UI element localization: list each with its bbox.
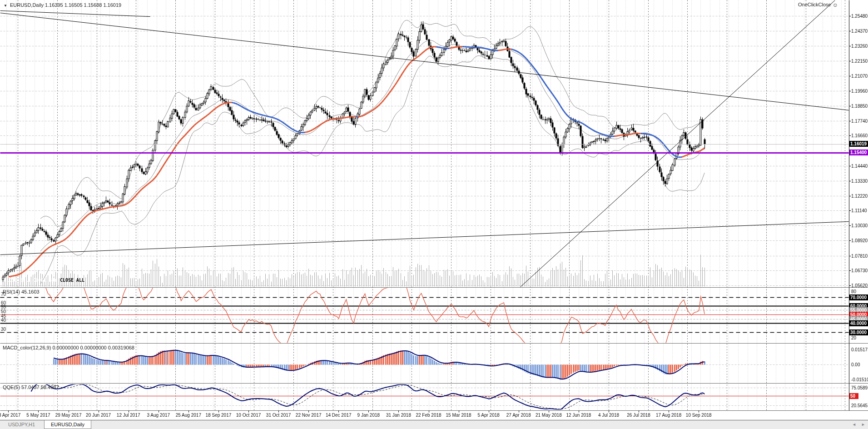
rsi-axis-tick: 80: [851, 289, 856, 294]
qqe-axis-tick: 75.0589: [851, 385, 868, 390]
price-axis-tick: 1.17740: [851, 119, 868, 124]
date-axis-label: 21 May 2018: [536, 413, 562, 418]
close-sell-button[interactable]: CLOSE SELL: [4, 276, 31, 285]
qqe-axis-tick: 20.5645: [851, 403, 868, 408]
date-axis-label: 17 Aug 2018: [656, 413, 681, 418]
date-axis-label: 31 Oct 2017: [266, 413, 291, 418]
date-axis-label: 3 Aug 2017: [147, 413, 170, 418]
symbol-info: ▼EURUSD,Daily 1.16395 1.16505 1.15688 1.…: [4, 2, 121, 8]
date-axis-label: 25 Aug 2017: [176, 413, 201, 418]
rsi-left-label: 70: [1, 292, 6, 297]
date-axis-label: 4 Jul 2018: [598, 413, 619, 418]
date-axis-label: 29 May 2017: [55, 413, 82, 418]
close-buy-button[interactable]: CLOSE BUY: [31, 276, 59, 285]
price-axis-tick: 1.13330: [851, 179, 868, 184]
date-axis-label: 5 May 2017: [26, 413, 50, 418]
smiley-icon: ☺: [833, 2, 838, 8]
price-axis-tick: 1.11140: [851, 208, 867, 213]
date-axis-label: 5 Apr 2018: [477, 413, 499, 418]
date-axis-label: 22 Nov 2017: [296, 413, 322, 418]
price-axis-tick: 1.08920: [851, 238, 868, 243]
chart-tab-bar: ◄ ► USDJPY,H1EURUSD,Daily: [0, 420, 868, 429]
price-axis-tick: 1.14440: [851, 164, 868, 169]
date-axis-label: 12 Jul 2017: [117, 413, 140, 418]
price-axis-tick: 1.10030: [851, 223, 868, 228]
price-chart-canvas[interactable]: [0, 0, 868, 429]
one-click-close-button[interactable]: OneClickClose☺: [798, 2, 838, 8]
trading-terminal-window: { "window": { "symbol_line": "EURUSD,Dai…: [0, 0, 868, 429]
date-axis-label: 20 Jun 2017: [86, 413, 111, 418]
rsi-left-label: 40: [1, 318, 6, 323]
date-axis-label: 31 Jan 2018: [386, 413, 411, 418]
date-axis-label: 15 Mar 2018: [446, 413, 471, 418]
rsi-left-label: 30: [1, 327, 6, 332]
date-axis-label: 12 Jun 2018: [566, 413, 591, 418]
price-axis-tick: 1.23260: [851, 44, 868, 49]
price-axis-tick: 1.05620: [851, 283, 868, 288]
chart-dropdown-icon[interactable]: ▼: [4, 4, 7, 8]
date-axis-label: 18 Sep 2017: [206, 413, 232, 418]
date-axis-label: 10 Oct 2017: [236, 413, 261, 418]
price-axis-tick: 1.21070: [851, 74, 868, 79]
rsi-axis-tick: 20: [851, 335, 856, 340]
date-axis-label: 10 Sep 2018: [686, 413, 712, 418]
tab-scroll-right-icon[interactable]: ►: [861, 422, 865, 427]
price-axis-tick: 1.12220: [851, 194, 868, 199]
qqe-50-badge: 50: [849, 393, 858, 399]
price-axis-tick: 1.25480: [851, 14, 868, 19]
purple-level-badge: 1.15400: [849, 150, 868, 155]
qqe-pane-label: QQE(5) 57.0437 58.4087: [3, 384, 59, 390]
chart-tab-eurusd-daily[interactable]: EURUSD,Daily: [44, 420, 91, 429]
price-axis-tick: 1.24370: [851, 29, 868, 34]
symbol-ohlc-text: EURUSD,Daily 1.16395 1.16505 1.15688 1.1…: [10, 2, 121, 8]
price-axis-tick: 1.06730: [851, 268, 868, 273]
rsi-axis-badge: 70.0000: [849, 294, 868, 300]
rsi-axis-badge: 40.0000: [849, 320, 868, 326]
price-axis-tick: 1.22150: [851, 59, 868, 64]
date-axis-label: 27 Apr 2018: [506, 413, 531, 418]
macd-axis-tick: 0.015175: [851, 347, 868, 352]
macd-axis-tick: 0.00: [851, 362, 860, 367]
rsi-pane-label: RSI(14) 45.1603: [3, 289, 40, 294]
rsi-axis-badge: 30.0000: [849, 329, 868, 335]
date-axis-label: 9 Jan 2018: [357, 413, 380, 418]
one-click-close-label: OneClickClose: [798, 2, 831, 7]
date-axis-label: 14 Dec 2017: [326, 413, 352, 418]
date-axis-label: 22 Feb 2018: [416, 413, 441, 418]
chart-tab-usdjpy-h1[interactable]: USDJPY,H1: [2, 420, 41, 429]
price-axis-tick: 1.18850: [851, 104, 868, 109]
macd-axis-tick: -0.015103: [851, 377, 868, 382]
tab-scroll-left-icon[interactable]: ◄: [852, 422, 856, 427]
close-all-button[interactable]: CLOSE ALL: [59, 276, 86, 285]
price-axis-tick: 1.07810: [851, 254, 868, 259]
current-price-badge: 1.16019: [849, 141, 868, 147]
macd-pane-label: MACD_color(12,26,9) 0.00000000 0.0000000…: [3, 345, 134, 350]
date-axis-label: 26 Jul 2018: [627, 413, 650, 418]
date-axis-label: 13 Apr 2017: [0, 413, 20, 418]
price-axis-tick: 1.19960: [851, 89, 868, 94]
price-axis-tick: 1.16660: [851, 133, 868, 138]
